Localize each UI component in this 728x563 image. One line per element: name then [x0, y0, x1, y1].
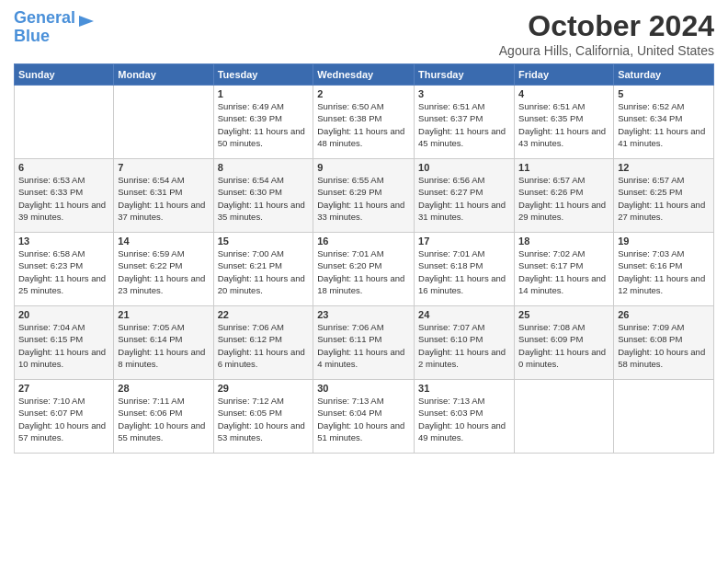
day-number: 16	[317, 236, 410, 247]
calendar-header-thursday: Thursday	[415, 64, 515, 86]
day-number: 22	[218, 309, 310, 320]
day-info: Sunrise: 7:11 AMSunset: 6:06 PMDaylight:…	[118, 395, 209, 443]
calendar-cell	[515, 380, 614, 454]
calendar-cell: 20Sunrise: 7:04 AMSunset: 6:15 PMDayligh…	[15, 306, 114, 380]
day-info: Sunrise: 7:10 AMSunset: 6:07 PMDaylight:…	[18, 395, 109, 443]
day-number: 20	[18, 309, 109, 320]
calendar-week-1: 1Sunrise: 6:49 AMSunset: 6:39 PMDaylight…	[15, 86, 714, 159]
calendar-cell: 9Sunrise: 6:55 AMSunset: 6:29 PMDaylight…	[313, 159, 415, 233]
day-info: Sunrise: 6:59 AMSunset: 6:22 PMDaylight:…	[118, 247, 209, 296]
day-info: Sunrise: 7:06 AMSunset: 6:11 PMDaylight:…	[317, 321, 410, 370]
calendar-header-monday: Monday	[114, 64, 213, 86]
calendar-cell	[15, 86, 114, 159]
logo-text: General Blue	[14, 9, 75, 46]
day-info: Sunrise: 6:57 AMSunset: 6:25 PMDaylight:…	[618, 174, 710, 223]
calendar-cell: 17Sunrise: 7:01 AMSunset: 6:18 PMDayligh…	[415, 233, 515, 306]
page: General Blue October 2024 Agoura Hills, …	[0, 0, 728, 563]
day-number: 31	[418, 383, 510, 394]
day-info: Sunrise: 7:05 AMSunset: 6:14 PMDaylight:…	[118, 321, 209, 370]
calendar-cell: 10Sunrise: 6:56 AMSunset: 6:27 PMDayligh…	[415, 159, 515, 233]
calendar-cell: 21Sunrise: 7:05 AMSunset: 6:14 PMDayligh…	[114, 306, 213, 380]
calendar-cell: 12Sunrise: 6:57 AMSunset: 6:25 PMDayligh…	[614, 159, 714, 233]
day-number: 30	[317, 383, 410, 394]
calendar-cell: 8Sunrise: 6:54 AMSunset: 6:30 PMDaylight…	[213, 159, 313, 233]
day-number: 25	[518, 309, 609, 320]
calendar-cell: 23Sunrise: 7:06 AMSunset: 6:11 PMDayligh…	[313, 306, 415, 380]
calendar-cell: 2Sunrise: 6:50 AMSunset: 6:38 PMDaylight…	[313, 86, 415, 159]
day-info: Sunrise: 6:52 AMSunset: 6:34 PMDaylight:…	[618, 100, 710, 149]
day-number: 24	[418, 309, 510, 320]
calendar-table: SundayMondayTuesdayWednesdayThursdayFrid…	[14, 63, 714, 454]
calendar-cell: 27Sunrise: 7:10 AMSunset: 6:07 PMDayligh…	[15, 380, 114, 454]
day-info: Sunrise: 6:51 AMSunset: 6:37 PMDaylight:…	[418, 100, 510, 149]
day-number: 19	[618, 236, 710, 247]
calendar-week-4: 20Sunrise: 7:04 AMSunset: 6:15 PMDayligh…	[15, 306, 714, 380]
logo-general: General	[14, 8, 75, 27]
calendar-cell: 14Sunrise: 6:59 AMSunset: 6:22 PMDayligh…	[114, 233, 213, 306]
calendar-cell: 24Sunrise: 7:07 AMSunset: 6:10 PMDayligh…	[415, 306, 515, 380]
day-info: Sunrise: 7:13 AMSunset: 6:03 PMDaylight:…	[418, 395, 510, 443]
day-info: Sunrise: 6:53 AMSunset: 6:33 PMDaylight:…	[18, 174, 109, 223]
calendar-header-wednesday: Wednesday	[313, 64, 415, 86]
day-info: Sunrise: 7:12 AMSunset: 6:05 PMDaylight:…	[218, 395, 310, 443]
day-number: 15	[218, 236, 310, 247]
day-info: Sunrise: 7:07 AMSunset: 6:10 PMDaylight:…	[418, 321, 510, 370]
day-number: 28	[118, 383, 209, 394]
day-info: Sunrise: 6:56 AMSunset: 6:27 PMDaylight:…	[418, 174, 510, 223]
calendar-cell: 13Sunrise: 6:58 AMSunset: 6:23 PMDayligh…	[15, 233, 114, 306]
day-number: 18	[518, 236, 609, 247]
logo-blue: Blue	[14, 27, 50, 45]
day-info: Sunrise: 6:57 AMSunset: 6:26 PMDaylight:…	[518, 174, 609, 223]
day-number: 7	[118, 162, 209, 173]
day-number: 29	[218, 383, 310, 394]
calendar-cell: 7Sunrise: 6:54 AMSunset: 6:31 PMDaylight…	[114, 159, 213, 233]
day-info: Sunrise: 7:06 AMSunset: 6:12 PMDaylight:…	[218, 321, 310, 370]
calendar-cell	[614, 380, 714, 454]
day-number: 2	[317, 88, 410, 99]
header: General Blue October 2024 Agoura Hills, …	[14, 9, 714, 58]
calendar-cell: 30Sunrise: 7:13 AMSunset: 6:04 PMDayligh…	[313, 380, 415, 454]
month-title: October 2024	[499, 9, 714, 43]
calendar-week-3: 13Sunrise: 6:58 AMSunset: 6:23 PMDayligh…	[15, 233, 714, 306]
calendar-header-sunday: Sunday	[15, 64, 114, 86]
day-info: Sunrise: 6:50 AMSunset: 6:38 PMDaylight:…	[317, 100, 410, 149]
day-number: 27	[18, 383, 109, 394]
day-info: Sunrise: 7:04 AMSunset: 6:15 PMDaylight:…	[18, 321, 109, 370]
calendar-cell: 31Sunrise: 7:13 AMSunset: 6:03 PMDayligh…	[415, 380, 515, 454]
day-number: 8	[218, 162, 310, 173]
day-number: 10	[418, 162, 510, 173]
calendar-cell: 25Sunrise: 7:08 AMSunset: 6:09 PMDayligh…	[515, 306, 614, 380]
location: Agoura Hills, California, United States	[499, 43, 714, 58]
calendar-cell: 4Sunrise: 6:51 AMSunset: 6:35 PMDaylight…	[515, 86, 614, 159]
calendar-cell: 26Sunrise: 7:09 AMSunset: 6:08 PMDayligh…	[614, 306, 714, 380]
calendar-cell: 5Sunrise: 6:52 AMSunset: 6:34 PMDaylight…	[614, 86, 714, 159]
calendar-header-saturday: Saturday	[614, 64, 714, 86]
logo-arrow-icon	[77, 12, 96, 30]
day-number: 26	[618, 309, 710, 320]
day-number: 21	[118, 309, 209, 320]
calendar-cell: 29Sunrise: 7:12 AMSunset: 6:05 PMDayligh…	[213, 380, 313, 454]
calendar-cell	[114, 86, 213, 159]
day-info: Sunrise: 7:01 AMSunset: 6:20 PMDaylight:…	[317, 247, 410, 296]
calendar-cell: 16Sunrise: 7:01 AMSunset: 6:20 PMDayligh…	[313, 233, 415, 306]
calendar-cell: 22Sunrise: 7:06 AMSunset: 6:12 PMDayligh…	[213, 306, 313, 380]
calendar-header-tuesday: Tuesday	[213, 64, 313, 86]
day-number: 3	[418, 88, 510, 99]
calendar-cell: 1Sunrise: 6:49 AMSunset: 6:39 PMDaylight…	[213, 86, 313, 159]
title-block: October 2024 Agoura Hills, California, U…	[499, 9, 714, 58]
day-info: Sunrise: 7:13 AMSunset: 6:04 PMDaylight:…	[317, 395, 410, 443]
calendar-cell: 18Sunrise: 7:02 AMSunset: 6:17 PMDayligh…	[515, 233, 614, 306]
day-info: Sunrise: 7:02 AMSunset: 6:17 PMDaylight:…	[518, 247, 609, 296]
day-info: Sunrise: 6:58 AMSunset: 6:23 PMDaylight:…	[18, 247, 109, 296]
day-info: Sunrise: 7:01 AMSunset: 6:18 PMDaylight:…	[418, 247, 510, 296]
calendar-cell: 15Sunrise: 7:00 AMSunset: 6:21 PMDayligh…	[213, 233, 313, 306]
day-info: Sunrise: 6:49 AMSunset: 6:39 PMDaylight:…	[218, 100, 310, 149]
day-number: 6	[18, 162, 109, 173]
calendar-week-2: 6Sunrise: 6:53 AMSunset: 6:33 PMDaylight…	[15, 159, 714, 233]
calendar-cell: 3Sunrise: 6:51 AMSunset: 6:37 PMDaylight…	[415, 86, 515, 159]
day-info: Sunrise: 7:03 AMSunset: 6:16 PMDaylight:…	[618, 247, 710, 296]
calendar-cell: 19Sunrise: 7:03 AMSunset: 6:16 PMDayligh…	[614, 233, 714, 306]
calendar-header-friday: Friday	[515, 64, 614, 86]
day-info: Sunrise: 6:54 AMSunset: 6:31 PMDaylight:…	[118, 174, 209, 223]
day-number: 13	[18, 236, 109, 247]
